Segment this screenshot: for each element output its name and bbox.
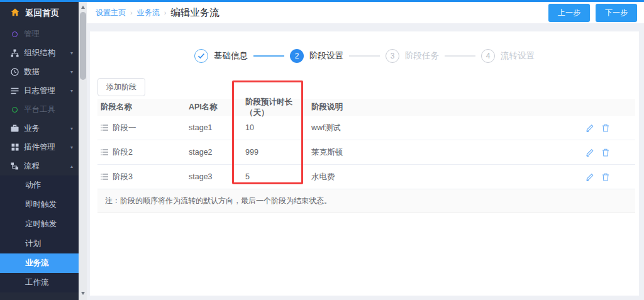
table-row: 阶段一 stage1 10 wwf测试 [97, 116, 635, 140]
next-step-button[interactable]: 下一步 [596, 4, 637, 22]
api-name: stage3 [186, 172, 242, 181]
sidebar-item-log-manage[interactable]: 日志管理 [0, 81, 79, 100]
chevron-down-icon [70, 145, 73, 150]
plugin-grid-icon [11, 143, 19, 152]
sidebar-subitem-workflow[interactable]: 工作流 [0, 273, 79, 292]
stage-name: 阶段3 [113, 172, 133, 182]
step-flow-settings[interactable]: 4 流转设置 [481, 49, 535, 63]
sidebar-item-label: 组织结构 [24, 48, 55, 58]
edit-icon[interactable] [586, 173, 594, 181]
chevron-down-icon [70, 69, 73, 75]
step-stage-tasks[interactable]: 3 阶段任务 [386, 49, 439, 63]
subitem-label: 定时触发 [25, 219, 57, 230]
edit-icon[interactable] [586, 148, 594, 157]
table-row: 阶段2 stage2 999 莱克斯顿 [97, 140, 635, 165]
scrollbar-thumb[interactable] [80, 12, 86, 80]
top-accent-line [0, 0, 644, 2]
log-list-icon [11, 87, 19, 95]
sidebar-item-org-structure[interactable]: 组织结构 [0, 43, 79, 62]
stage-duration: 10 [242, 123, 308, 132]
step-connector [445, 55, 475, 57]
prev-step-button[interactable]: 上一步 [548, 4, 590, 22]
sidebar-item-plugin-manage[interactable]: 插件管理 [0, 138, 79, 157]
chevron-down-icon [70, 126, 73, 131]
sidebar-subitem-instant-trigger[interactable]: 即时触发 [0, 195, 79, 214]
wizard-card: 基础信息 2 阶段设置 3 阶段任务 4 流转设置 [90, 31, 639, 296]
subitem-label: 业务流 [25, 258, 49, 269]
content-area: 基础信息 2 阶段设置 3 阶段任务 4 流转设置 [87, 23, 644, 300]
step-connector [253, 55, 284, 57]
stage-description: wwf测试 [308, 123, 575, 133]
stage-duration: 999 [242, 148, 308, 157]
drag-handle-icon[interactable] [101, 149, 108, 155]
step-number: 2 [290, 49, 304, 63]
sidebar-subitem-timed-trigger[interactable]: 定时触发 [0, 214, 79, 234]
table-row: 阶段3 stage3 5 水电费 [97, 165, 635, 189]
subitem-label: 即时触发 [25, 199, 57, 210]
circle-icon [11, 30, 19, 38]
header-api-name: API名称 [186, 102, 242, 113]
sidebar-subitem-plan[interactable]: 计划 [0, 234, 79, 253]
delete-icon[interactable] [602, 148, 609, 157]
table-note: 注：阶段的顺序将作为流转的默认方向，最后一个阶段为结束状态。 [97, 189, 635, 213]
sidebar-home-label: 返回首页 [25, 8, 59, 19]
add-stage-button[interactable]: 添加阶段 [97, 78, 145, 96]
chevron-down-icon [70, 88, 73, 94]
sidebar-item-label: 业务 [24, 123, 40, 134]
step-number: 3 [386, 49, 399, 63]
breadcrumb-separator: › [164, 9, 167, 16]
org-tree-icon [11, 49, 19, 57]
sidebar-item-business[interactable]: 业务 [0, 119, 79, 138]
circle-icon [11, 106, 19, 114]
step-label: 阶段任务 [405, 50, 439, 62]
step-basic-info[interactable]: 基础信息 [194, 49, 248, 63]
drag-handle-icon[interactable] [101, 125, 108, 131]
delete-icon[interactable] [602, 124, 609, 132]
breadcrumb-link-business-flow[interactable]: 业务流 [137, 8, 160, 18]
table-header-row: 阶段名称 API名称 阶段预计时长（天） 阶段说明 [97, 99, 635, 116]
stage-description: 水电费 [308, 172, 575, 182]
check-icon [194, 49, 208, 63]
stage-description: 莱克斯顿 [308, 147, 575, 158]
sidebar-item-label: 插件管理 [24, 142, 55, 153]
breadcrumb-bar: 设置主页 › 业务流 › 编辑业务流 上一步 下一步 [87, 2, 644, 23]
stage-table: 阶段名称 API名称 阶段预计时长（天） 阶段说明 阶段一 [97, 99, 635, 213]
sidebar-home-link[interactable]: 返回首页 [0, 2, 79, 25]
breadcrumb-link-settings-home[interactable]: 设置主页 [96, 8, 126, 18]
subitem-label: 工作流 [25, 277, 49, 288]
sidebar-item-platform-tools[interactable]: 平台工具 [0, 100, 79, 119]
sidebar-item-data[interactable]: 数据 [0, 62, 79, 81]
sidebar-item-label: 日志管理 [24, 86, 55, 96]
header-description: 阶段说明 [308, 102, 575, 113]
scrollbar-up-arrow-icon[interactable] [79, 3, 87, 11]
sidebar-item-label: 管理 [24, 29, 40, 40]
briefcase-icon [11, 125, 19, 133]
sidebar-scrollbar[interactable] [79, 2, 87, 300]
sidebar-subitem-action[interactable]: 动作 [0, 175, 79, 195]
stage-name: 阶段一 [113, 123, 136, 133]
breadcrumb-separator: › [130, 9, 133, 16]
step-stage-settings[interactable]: 2 阶段设置 [290, 49, 343, 63]
step-label: 基础信息 [214, 50, 248, 62]
header-stage-name: 阶段名称 [97, 102, 186, 113]
api-name: stage1 [186, 123, 242, 132]
sidebar-subitem-business-flow[interactable]: 业务流 [0, 253, 79, 273]
sidebar-item-manage[interactable]: 管理 [0, 25, 79, 43]
sidebar-item-label: 数据 [24, 67, 40, 77]
clock-icon [11, 68, 19, 76]
edit-icon[interactable] [586, 124, 594, 132]
header-duration: 阶段预计时长（天） [242, 97, 308, 118]
stage-duration: 5 [242, 172, 308, 181]
delete-icon[interactable] [602, 173, 609, 181]
sidebar-item-process[interactable]: 流程 [0, 157, 79, 175]
step-connector [349, 55, 380, 57]
sidebar-item-label: 流程 [24, 161, 40, 172]
step-label: 流转设置 [501, 50, 535, 62]
subitem-label: 计划 [25, 238, 41, 249]
chevron-up-icon [70, 164, 73, 169]
drag-handle-icon[interactable] [101, 174, 108, 180]
scrollbar-down-arrow-icon[interactable] [79, 289, 87, 297]
wizard-stepper: 基础信息 2 阶段设置 3 阶段任务 4 流转设置 [90, 49, 639, 63]
page-title: 编辑业务流 [170, 6, 219, 19]
main-area: 设置主页 › 业务流 › 编辑业务流 上一步 下一步 基础信息 [87, 2, 644, 300]
